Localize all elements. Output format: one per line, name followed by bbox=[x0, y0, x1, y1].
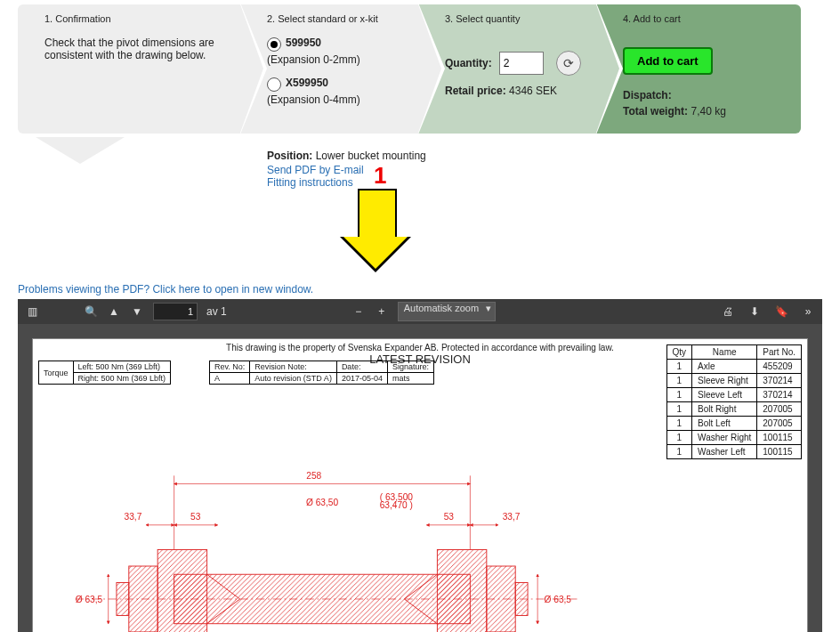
svg-text:53: 53 bbox=[190, 512, 201, 522]
annotation-arrow-icon bbox=[358, 189, 397, 237]
download-icon[interactable]: ⬇ bbox=[747, 304, 762, 319]
svg-text:Ø 63,5: Ø 63,5 bbox=[545, 595, 572, 604]
quantity-label: Quantity: bbox=[445, 57, 492, 69]
price-value: 4346 SEK bbox=[509, 85, 557, 97]
zoom-select[interactable]: Automatisk zoom ▾ bbox=[398, 302, 496, 321]
sidebar-toggle-icon[interactable]: ▥ bbox=[25, 304, 39, 319]
chevron-down-icon: ▾ bbox=[486, 303, 491, 314]
step4-title: 4. Add to cart bbox=[623, 13, 788, 24]
weight-label: Total weight: bbox=[623, 105, 688, 117]
svg-text:Ø 63,50: Ø 63,50 bbox=[306, 498, 338, 507]
radio-xkit-code: X599950 bbox=[286, 77, 328, 89]
table-row: 1Washer Right100115 bbox=[666, 431, 801, 445]
page-total-label: av 1 bbox=[206, 305, 227, 318]
svg-rect-7 bbox=[515, 582, 528, 615]
table-row: 1Washer Left100115 bbox=[666, 445, 801, 459]
parts-table: Qty Name Part No. 1Axle455209 1Sleeve Ri… bbox=[666, 344, 802, 459]
page-up-icon[interactable]: ▲ bbox=[107, 304, 121, 319]
svg-text:53: 53 bbox=[444, 512, 455, 522]
step1-title: 1. Confirmation bbox=[44, 13, 228, 24]
svg-text:258: 258 bbox=[306, 471, 321, 481]
pdf-toolbar: ▥ 🔍 ▲ ▼ av 1 − + Automatisk zoom ▾ 🖨 ⬇ 🔖… bbox=[18, 299, 822, 324]
svg-text:63,470 ): 63,470 ) bbox=[380, 500, 413, 510]
position-label: Position: bbox=[267, 150, 312, 162]
zoom-in-icon[interactable]: + bbox=[375, 304, 389, 319]
dispatch-label: Dispatch: bbox=[623, 89, 788, 101]
table-row: 1Axle455209 bbox=[666, 360, 801, 374]
problems-viewing-pdf-link[interactable]: Problems viewing the PDF? Click here to … bbox=[18, 283, 840, 296]
annotation-number: 1 bbox=[374, 162, 386, 190]
page-down-icon[interactable]: ▼ bbox=[130, 304, 144, 319]
radio-standard-code: 599950 bbox=[286, 36, 321, 49]
radio-icon-unchecked[interactable] bbox=[267, 77, 281, 92]
step3-title: 3. Select quantity bbox=[445, 13, 584, 24]
more-tools-icon[interactable]: » bbox=[801, 304, 815, 319]
price-label: Retail price: bbox=[445, 85, 506, 97]
add-to-cart-button[interactable]: Add to cart bbox=[623, 47, 713, 75]
quantity-input[interactable] bbox=[499, 52, 544, 75]
step-select-kit: 2. Select standard or x-kit 599950 (Expa… bbox=[240, 4, 418, 134]
svg-text:33,7: 33,7 bbox=[503, 512, 521, 522]
torque-table: Torque Left: 500 Nm (369 Lbft) Right: 50… bbox=[38, 361, 171, 385]
torque-left: Left: 500 Nm (369 Lbft) bbox=[73, 361, 171, 373]
step-quantity: 3. Select quantity Quantity: ⟳ Retail pr… bbox=[418, 4, 596, 134]
svg-text:Ø 63,5: Ø 63,5 bbox=[76, 595, 103, 604]
step2-title: 2. Select standard or x-kit bbox=[267, 13, 406, 24]
annotation-overlay: 1 bbox=[0, 189, 840, 278]
technical-drawing: 258 Ø 63,50 ( 63,500 63,470 ) 53 33,7 53 bbox=[51, 455, 594, 632]
send-pdf-link[interactable]: Send PDF by E-mail bbox=[267, 164, 426, 176]
step1-text: Check that the pivot dimensions are cons… bbox=[44, 36, 228, 61]
step-confirmation: 1. Confirmation Check that the pivot dim… bbox=[18, 4, 240, 134]
below-steps: Position: Lower bucket mounting Send PDF… bbox=[0, 134, 840, 189]
step-add-to-cart: 4. Add to cart Add to cart Dispatch: Tot… bbox=[596, 4, 801, 134]
pdf-page-area[interactable]: This drawing is the property of Svenska … bbox=[18, 324, 822, 632]
revision-table: Rev. No: Revision Note: Date: Signature:… bbox=[209, 361, 434, 385]
table-row: 1Sleeve Left370214 bbox=[666, 388, 801, 402]
page-number-input[interactable] bbox=[153, 303, 198, 320]
svg-rect-6 bbox=[487, 566, 515, 632]
radio-standard-desc: (Expansion 0-2mm) bbox=[267, 53, 406, 66]
pdf-viewer: ▥ 🔍 ▲ ▼ av 1 − + Automatisk zoom ▾ 🖨 ⬇ 🔖… bbox=[18, 299, 822, 632]
steps-row: 1. Confirmation Check that the pivot dim… bbox=[0, 0, 840, 134]
search-icon[interactable]: 🔍 bbox=[84, 304, 98, 319]
svg-rect-5 bbox=[117, 582, 129, 615]
print-icon[interactable]: 🖨 bbox=[721, 304, 735, 319]
radio-icon-checked[interactable] bbox=[267, 37, 281, 52]
zoom-out-icon[interactable]: − bbox=[351, 304, 366, 319]
radio-xkit[interactable]: X599950 bbox=[267, 77, 406, 92]
step1-pointer-triangle bbox=[36, 137, 125, 164]
table-row: 1Sleeve Right370214 bbox=[666, 374, 801, 388]
drawing-svg: 258 Ø 63,50 ( 63,500 63,470 ) 53 33,7 53 bbox=[51, 455, 594, 632]
svg-rect-2 bbox=[158, 550, 206, 632]
weight-value: 7,40 kg bbox=[691, 105, 725, 117]
radio-xkit-desc: (Expansion 0-4mm) bbox=[267, 93, 406, 106]
refresh-icon[interactable]: ⟳ bbox=[556, 51, 581, 76]
svg-text:33,7: 33,7 bbox=[125, 512, 142, 522]
torque-right: Right: 500 Nm (369 Lbft) bbox=[73, 373, 171, 385]
table-row: 1Bolt Right207005 bbox=[666, 402, 801, 417]
torque-label: Torque bbox=[39, 361, 74, 385]
svg-rect-3 bbox=[437, 550, 486, 632]
fitting-instructions-link[interactable]: Fitting instructions bbox=[267, 176, 426, 189]
svg-rect-1 bbox=[174, 574, 471, 623]
svg-rect-4 bbox=[129, 566, 158, 632]
bookmark-icon[interactable]: 🔖 bbox=[774, 304, 788, 319]
position-value: Lower bucket mounting bbox=[316, 150, 426, 162]
pdf-page: This drawing is the property of Svenska … bbox=[32, 338, 808, 632]
table-row: 1Bolt Left207005 bbox=[666, 417, 801, 431]
radio-standard[interactable]: 599950 bbox=[267, 36, 406, 52]
info-block: Position: Lower bucket mounting Send PDF… bbox=[267, 134, 426, 189]
